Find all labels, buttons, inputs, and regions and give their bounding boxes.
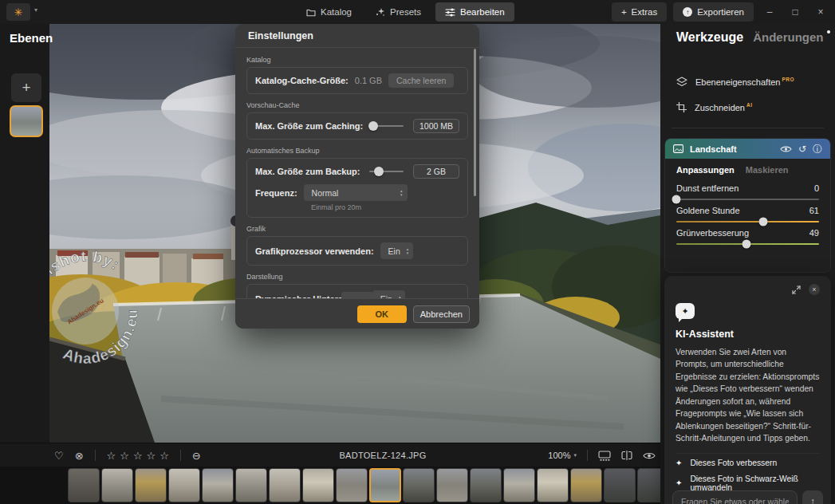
slider-track[interactable] [676, 243, 819, 245]
tab-presets[interactable]: Presets [366, 2, 431, 22]
filmstrip-thumb[interactable] [269, 468, 301, 502]
tab-werkzeuge[interactable]: Werkzeuge [676, 30, 743, 45]
slider-value: 49 [809, 228, 819, 238]
filmstrip-thumb[interactable] [436, 468, 468, 502]
suggestion-label: Dieses Foto verbessern [690, 459, 777, 467]
layers-icon [676, 77, 687, 87]
cache-size-value: 0.1 GB [355, 76, 382, 85]
section-label-grafik: Grafik [246, 225, 468, 233]
suggestion-label: Dieses Foto in Schwarz-Weiß umwandeln [690, 474, 820, 492]
tab-bearbeiten[interactable]: Bearbeiten [435, 2, 514, 22]
filmstrip-thumb[interactable] [101, 468, 133, 502]
max-caching-label: Max. Größe zum Caching: [255, 121, 363, 131]
star-3-icon[interactable]: ☆ [133, 451, 143, 461]
stepper-icon: ▴▾ [400, 189, 403, 196]
filmstrip-thumb[interactable] [604, 468, 636, 502]
slider-handle[interactable] [759, 218, 768, 226]
clear-cache-button[interactable]: Cache leeren [388, 73, 454, 88]
reject-icon[interactable]: ⊗ [75, 451, 84, 461]
max-backup-value-field[interactable]: 2 GB [413, 164, 459, 179]
titlebar-actions: + Extras ↑ Exportieren – □ × [612, 2, 830, 22]
zoom-level-dropdown[interactable]: 100% ▾ [548, 451, 577, 460]
tab-aenderungen[interactable]: Änderungen [753, 30, 823, 44]
dialog-scrollbar[interactable] [474, 49, 476, 196]
filmstrip-thumb[interactable] [369, 468, 401, 502]
star-5-icon[interactable]: ☆ [160, 451, 169, 461]
visibility-eye-icon[interactable] [780, 145, 792, 153]
landschaft-header[interactable]: Landschaft ↺ ⓘ [665, 139, 830, 159]
preview-eye-icon[interactable] [643, 451, 656, 460]
star-1-icon[interactable]: ☆ [107, 451, 116, 461]
ki-assistant-card: × ✦ KI-Assistent Verwenden Sie zwei Arte… [664, 276, 831, 504]
cancel-button[interactable]: Abbrechen [413, 305, 470, 323]
tools-panel: Werkzeuge Änderungen Ebeneneigenschaften… [660, 24, 835, 504]
slider-handle[interactable] [374, 167, 384, 176]
logo-menu-chevron-icon[interactable]: ▾ [34, 6, 37, 14]
slider-handle[interactable] [742, 240, 750, 249]
dialog-footer: OK Abbrechen [235, 298, 479, 329]
filmstrip-thumb[interactable] [570, 468, 602, 502]
slider-label: Goldene Stunde [676, 206, 740, 215]
filmstrip-thumb[interactable] [503, 468, 535, 502]
expand-icon[interactable] [792, 285, 801, 294]
info-icon[interactable]: ⓘ [813, 144, 822, 154]
max-caching-value-field[interactable]: 1000 MB [413, 119, 459, 133]
slider-handle[interactable] [368, 121, 378, 131]
filmstrip-thumb[interactable] [68, 468, 100, 502]
landschaft-title: Landschaft [690, 144, 774, 154]
maximize-button[interactable]: □ [786, 6, 805, 18]
filmstrip-thumb[interactable] [537, 468, 569, 502]
max-caching-slider[interactable] [372, 125, 404, 127]
close-assistant-icon[interactable]: × [809, 284, 820, 295]
color-label-icon[interactable]: ⊖ [192, 451, 201, 461]
gpu-select[interactable]: Ein ▴▾ [380, 242, 414, 259]
export-label: Exportieren [697, 7, 744, 17]
slider-handle[interactable] [672, 195, 681, 204]
tool-label: EbeneneigenschaftenPRO [695, 77, 794, 87]
ki-prompt-input[interactable] [672, 490, 798, 504]
app-logo-button[interactable]: ✳ [6, 3, 30, 21]
frequenz-caption: Einmal pro 20m [311, 203, 459, 211]
tab-anpassungen[interactable]: Anpassungen [676, 165, 735, 175]
section-backup: Max. Größe zum Backup: 2 GB Frequenz: No… [246, 158, 468, 218]
star-4-icon[interactable]: ☆ [147, 451, 156, 461]
dialog-title: Einstellungen [235, 24, 479, 48]
current-filename: BADTOELZ-124.JPG [239, 443, 526, 467]
tool-ebeneneigenschaften[interactable]: EbeneneigenschaftenPRO [676, 77, 794, 87]
filmstrip-thumb[interactable] [168, 468, 200, 502]
filmstrip-thumb[interactable] [470, 468, 502, 502]
filmstrip-thumb[interactable] [403, 468, 435, 502]
filmstrip-thumb[interactable] [336, 468, 368, 502]
add-layer-button[interactable]: + [11, 73, 41, 102]
filmstrip-toggle-icon[interactable] [598, 451, 611, 461]
ok-button[interactable]: OK [357, 305, 407, 323]
minimize-button[interactable]: – [760, 6, 779, 18]
filmstrip-thumb[interactable] [235, 468, 267, 502]
filmstrip-thumb[interactable] [202, 468, 234, 502]
extras-button[interactable]: + Extras [612, 2, 667, 22]
filmstrip-thumb[interactable] [135, 468, 167, 502]
close-button[interactable]: × [811, 6, 830, 18]
compare-before-after-icon[interactable] [621, 451, 632, 460]
tool-zuschneiden[interactable]: ZuschneidenAI [676, 102, 753, 112]
max-backup-slider[interactable] [369, 171, 404, 172]
export-button[interactable]: ↑ Exportieren [673, 2, 754, 22]
slider-track[interactable] [676, 221, 819, 222]
favorite-heart-icon[interactable]: ♡ [54, 451, 64, 461]
filmstrip-thumb[interactable] [302, 468, 334, 502]
tab-maskieren[interactable]: Maskieren [746, 165, 789, 175]
frequenz-select[interactable]: Normal ▴▾ [304, 184, 408, 201]
suggestion-item[interactable]: ✦ Dieses Foto verbessern [675, 454, 820, 473]
section-label-darstellung: Darstellung [246, 273, 468, 281]
dyn-bg-select[interactable]: Ein ▴▾ [372, 290, 406, 298]
send-button[interactable]: ↑ [802, 490, 823, 504]
slider-label: Dunst entfernen [676, 183, 739, 193]
layer-thumbnail[interactable] [10, 105, 43, 137]
tab-katalog[interactable]: Katalog [297, 2, 361, 22]
extras-label: Extras [632, 7, 658, 17]
divider [180, 450, 181, 461]
slider-track[interactable] [676, 199, 819, 200]
reset-undo-icon[interactable]: ↺ [798, 144, 806, 154]
changes-indicator-dot [827, 30, 830, 33]
star-2-icon[interactable]: ☆ [120, 451, 129, 461]
